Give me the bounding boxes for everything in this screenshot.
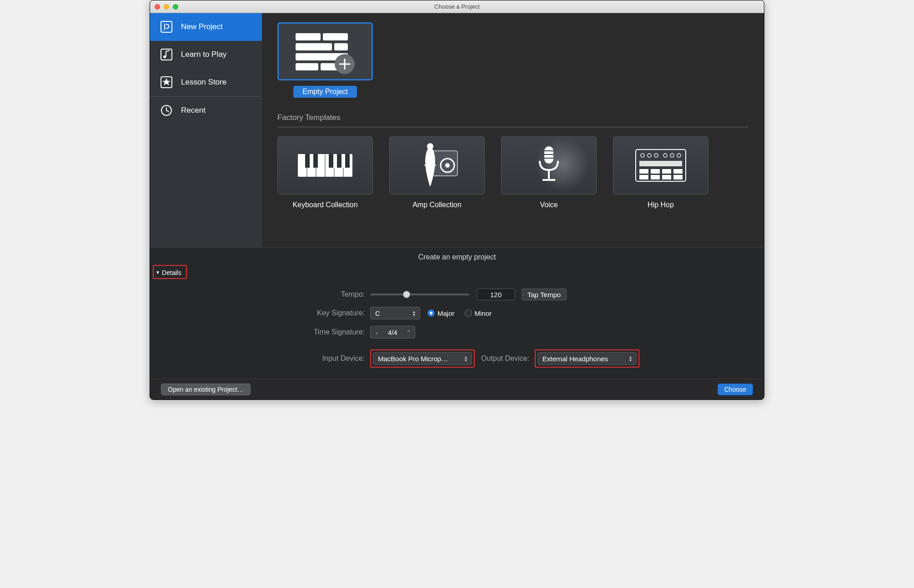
svg-point-27: [427, 143, 433, 149]
close-icon[interactable]: [155, 4, 160, 10]
highlight-input-device: MacBook Pro Microp… ▴▾: [370, 349, 475, 368]
time-signature-label: Time Signature:: [164, 328, 370, 336]
learn-icon: [160, 48, 173, 61]
template-keyboard-collection[interactable]: Keyboard Collection: [277, 136, 373, 209]
empty-project-thumb[interactable]: [277, 22, 373, 80]
window-controls: [155, 4, 178, 10]
major-label: Major: [437, 309, 455, 317]
template-label: Keyboard Collection: [292, 201, 357, 209]
svg-point-26: [445, 163, 450, 168]
input-device-value: MacBook Pro Microp…: [378, 355, 448, 363]
template-label: Voice: [540, 201, 557, 209]
output-device-label: Output Device:: [481, 354, 535, 363]
input-device-select[interactable]: MacBook Pro Microp… ▴▾: [373, 352, 472, 365]
svg-rect-42: [639, 169, 648, 174]
svg-point-38: [663, 154, 667, 157]
svg-rect-17: [337, 154, 341, 168]
svg-rect-8: [334, 43, 348, 50]
recent-icon: [160, 104, 173, 117]
footer: Open an existing Project… Choose: [150, 379, 764, 399]
svg-rect-45: [673, 169, 683, 174]
hiphop-icon: [613, 136, 708, 194]
keyboard-icon: [277, 136, 373, 194]
svg-point-36: [648, 154, 651, 157]
template-amp-collection[interactable]: Amp Collection: [389, 136, 485, 209]
svg-point-40: [677, 154, 681, 157]
highlight-details: ▼ Details: [153, 265, 187, 279]
chevrons-icon: ▴▾: [629, 355, 632, 362]
sidebar-item-label: Learn to Play: [181, 50, 226, 59]
tap-tempo-button[interactable]: Tap Tempo: [522, 289, 567, 300]
sidebar-item-label: New Project: [181, 22, 223, 31]
project-chooser-window: Choose a Project New Project Learn to Pl…: [150, 0, 764, 400]
minimize-icon[interactable]: [164, 4, 169, 10]
key-signature-select[interactable]: C ▴▾: [370, 307, 420, 319]
slider-knob-icon[interactable]: [403, 291, 410, 298]
tempo-field[interactable]: 120: [477, 289, 515, 300]
svg-rect-44: [662, 169, 671, 174]
empty-project-label: Empty Project: [293, 86, 357, 98]
svg-rect-7: [296, 43, 332, 50]
zoom-icon[interactable]: [173, 4, 178, 10]
template-hip-hop[interactable]: Hip Hop: [613, 136, 708, 209]
svg-rect-16: [329, 154, 333, 168]
sidebar-item-new-project[interactable]: New Project: [150, 13, 262, 41]
svg-rect-48: [662, 175, 671, 179]
svg-point-35: [641, 154, 644, 157]
stepper-down-icon[interactable]: ⌄: [371, 329, 382, 335]
output-device-select[interactable]: External Headphones ▴▾: [537, 352, 637, 365]
factory-templates-title: Factory Templates: [277, 113, 748, 122]
svg-rect-47: [651, 175, 660, 179]
input-device-label: Input Device:: [164, 354, 370, 363]
chevrons-icon: ▴▾: [413, 310, 415, 316]
time-signature-value: 4/4: [382, 329, 403, 336]
time-signature-stepper[interactable]: ⌄ 4/4 ⌃: [370, 326, 415, 339]
template-voice[interactable]: Voice: [501, 136, 597, 209]
sidebar-item-label: Lesson Store: [181, 78, 226, 87]
project-subtitle: Create an empty project: [150, 247, 764, 264]
minor-label: Minor: [475, 309, 492, 317]
highlight-output-device: External Headphones ▴▾: [535, 349, 639, 368]
key-signature-label: Key Signature:: [164, 309, 370, 317]
svg-rect-46: [639, 175, 648, 179]
section-rule: [277, 127, 748, 127]
radio-minor[interactable]: [465, 309, 472, 317]
sidebar-item-recent[interactable]: Recent: [150, 97, 262, 125]
svg-rect-41: [639, 161, 682, 166]
svg-rect-18: [345, 154, 350, 168]
details-panel: Tempo: 120 Tap Tempo Key Signature: C ▴▾: [150, 282, 764, 379]
svg-rect-15: [313, 154, 318, 168]
main-panel: Empty Project Factory Templates: [262, 13, 764, 247]
output-device-value: External Headphones: [542, 355, 608, 363]
radio-major[interactable]: [427, 309, 435, 317]
chevrons-icon: ▴▾: [465, 355, 467, 362]
sidebar-item-label: Recent: [181, 106, 206, 115]
svg-rect-10: [296, 63, 318, 70]
sidebar-item-lesson-store[interactable]: Lesson Store: [150, 69, 262, 96]
svg-rect-5: [296, 33, 321, 40]
choose-button[interactable]: Choose: [718, 384, 753, 395]
svg-point-39: [670, 154, 674, 157]
stepper-up-icon[interactable]: ⌃: [403, 329, 415, 335]
details-toggle[interactable]: ▼ Details: [156, 269, 181, 276]
template-label: Amp Collection: [412, 201, 462, 209]
amp-icon: [389, 136, 485, 194]
window-title: Choose a Project: [150, 3, 764, 10]
svg-rect-49: [673, 175, 683, 179]
tempo-label: Tempo:: [164, 290, 370, 299]
open-existing-button[interactable]: Open an existing Project…: [161, 384, 251, 395]
empty-project-card[interactable]: Empty Project: [277, 22, 373, 98]
tempo-slider[interactable]: [370, 294, 469, 295]
templates-row: Keyboard Collection Amp: [277, 136, 748, 209]
svg-rect-0: [161, 21, 172, 32]
chevron-down-icon: ▼: [156, 270, 160, 275]
svg-rect-6: [323, 33, 348, 40]
svg-point-37: [654, 154, 658, 157]
new-project-icon: [160, 20, 173, 33]
titlebar: Choose a Project: [150, 0, 764, 13]
voice-icon: [501, 136, 597, 194]
key-signature-value: C: [375, 309, 380, 317]
sidebar: New Project Learn to Play Lesson Store: [150, 13, 262, 247]
sidebar-item-learn-to-play[interactable]: Learn to Play: [150, 41, 262, 69]
details-label: Details: [162, 269, 181, 276]
